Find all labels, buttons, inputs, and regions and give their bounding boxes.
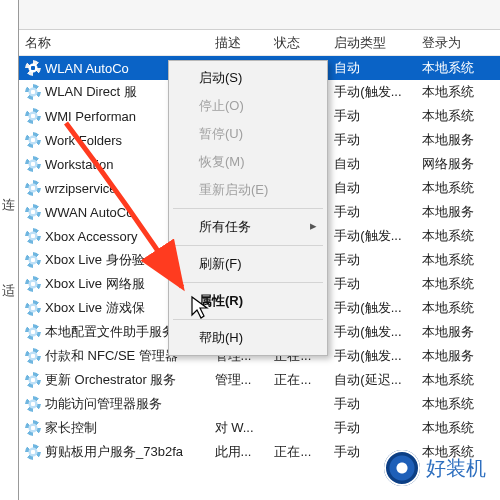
watermark-logo-icon [384,450,420,486]
gear-icon [25,348,41,364]
service-startup-type: 手动 [328,128,416,152]
service-logon-as: 本地服务 [416,200,500,224]
column-headers: 名称 描述 状态 启动类型 登录为 [19,30,500,56]
service-logon-as: 本地系统 [416,56,500,80]
service-name: Xbox Live 游戏保 [45,299,145,317]
service-startup-type: 手动(触发... [328,80,416,104]
service-logon-as: 本地系统 [416,392,500,416]
service-logon-as: 本地系统 [416,176,500,200]
service-name: WLAN Direct 服 [45,83,137,101]
service-startup-type: 自动 [328,56,416,80]
menu-start[interactable]: 启动(S) [171,64,325,92]
decorative-char: 连 [0,190,16,220]
service-logon-as: 本地系统 [416,416,500,440]
menu-resume: 恢复(M) [171,148,325,176]
service-name: 更新 Orchestrator 服务 [45,371,176,389]
toolbar [19,0,500,30]
service-description: 对 W... [209,416,269,440]
service-startup-type: 手动(触发... [328,296,416,320]
service-name: 剪贴板用户服务_73b2fa [45,443,183,461]
menu-properties[interactable]: 属性(R) [171,287,325,315]
watermark-text: 好装机 [426,455,486,482]
header-status[interactable]: 状态 [268,30,328,56]
service-logon-as: 本地系统 [416,368,500,392]
service-logon-as: 网络服务 [416,152,500,176]
menu-separator [173,319,323,320]
service-startup-type: 手动(触发... [328,224,416,248]
gear-icon [25,156,41,172]
service-startup-type: 手动(触发... [328,344,416,368]
service-startup-type: 自动 [328,176,416,200]
service-name: wrzipservice [45,181,117,196]
service-name: Xbox Accessory [45,229,138,244]
menu-separator [173,208,323,209]
gear-icon [25,444,41,460]
service-name: WLAN AutoCo [45,61,129,76]
header-logon-as[interactable]: 登录为 [416,30,500,56]
service-name: Work Folders [45,133,122,148]
menu-stop: 停止(O) [171,92,325,120]
table-row[interactable]: 家长控制对 W...手动本地系统 [19,416,500,440]
gear-icon [25,132,41,148]
menu-refresh[interactable]: 刷新(F) [171,250,325,278]
service-status [268,401,328,407]
service-startup-type: 手动 [328,392,416,416]
menu-separator [173,282,323,283]
service-name: 家长控制 [45,419,97,437]
service-startup-type: 手动 [328,104,416,128]
service-logon-as: 本地服务 [416,344,500,368]
service-startup-type: 自动 [328,152,416,176]
service-name: 功能访问管理器服务 [45,395,162,413]
table-row[interactable]: 更新 Orchestrator 服务管理...正在...自动(延迟...本地系统 [19,368,500,392]
decorative-char: 适 [0,276,16,306]
service-name: Xbox Live 网络服 [45,275,145,293]
gear-icon [25,324,41,340]
service-logon-as: 本地服务 [416,320,500,344]
gear-icon [25,300,41,316]
service-description: 此用... [209,440,269,464]
service-description [209,401,269,407]
service-startup-type: 手动(触发... [328,320,416,344]
header-startup-type[interactable]: 启动类型 [328,30,416,56]
gear-icon [25,252,41,268]
service-logon-as: 本地系统 [416,296,500,320]
service-status [268,425,328,431]
service-logon-as: 本地系统 [416,80,500,104]
header-name[interactable]: 名称 [19,30,209,56]
gear-icon [25,420,41,436]
gear-icon [25,396,41,412]
service-startup-type: 手动 [328,416,416,440]
menu-separator [173,245,323,246]
service-status: 正在... [268,440,328,464]
table-row[interactable]: 功能访问管理器服务手动本地系统 [19,392,500,416]
header-description[interactable]: 描述 [209,30,269,56]
gear-icon [25,276,41,292]
service-name: WMI Performan [45,109,136,124]
service-logon-as: 本地服务 [416,128,500,152]
service-status: 正在... [268,368,328,392]
gear-icon [25,372,41,388]
service-name: WWAN AutoCo [45,205,133,220]
watermark: 好装机 [384,450,486,486]
service-startup-type: 手动 [328,248,416,272]
gear-icon [25,204,41,220]
service-logon-as: 本地系统 [416,248,500,272]
menu-pause: 暂停(U) [171,120,325,148]
service-startup-type: 自动(延迟... [328,368,416,392]
service-name: 本地配置文件助手服务 [45,323,175,341]
gear-icon [25,60,41,76]
service-startup-type: 手动 [328,200,416,224]
menu-all-tasks[interactable]: 所有任务 [171,213,325,241]
service-name: Xbox Live 身份验 [45,251,145,269]
service-startup-type: 手动 [328,272,416,296]
gear-icon [25,108,41,124]
gear-icon [25,84,41,100]
service-description: 管理... [209,368,269,392]
service-name: 付款和 NFC/SE 管理器 [45,347,178,365]
service-logon-as: 本地系统 [416,224,500,248]
context-menu: 启动(S) 停止(O) 暂停(U) 恢复(M) 重新启动(E) 所有任务 刷新(… [168,60,328,356]
menu-restart: 重新启动(E) [171,176,325,204]
service-name: Workstation [45,157,113,172]
menu-help[interactable]: 帮助(H) [171,324,325,352]
gear-icon [25,228,41,244]
